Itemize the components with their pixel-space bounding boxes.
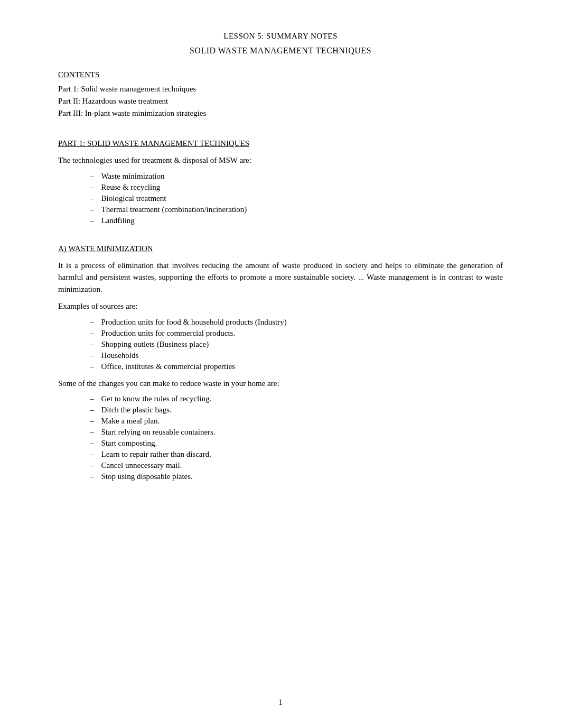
change-item-1: –Get to know the rules of recycling. bbox=[58, 394, 503, 403]
example-item-4: –Households bbox=[58, 351, 503, 360]
examples-list: –Production units for food & household p… bbox=[58, 318, 503, 371]
contents-list: Part 1: Solid waste management technique… bbox=[58, 85, 503, 118]
part1-intro: The technologies used for treatment & di… bbox=[58, 154, 503, 167]
section-a-description: It is a process of elimination that invo… bbox=[58, 260, 503, 296]
tech-item-2: –Reuse & recycling bbox=[58, 183, 503, 192]
dash-icon: – bbox=[90, 461, 94, 470]
dash-icon: – bbox=[90, 183, 94, 192]
dash-icon: – bbox=[90, 172, 94, 181]
dash-icon: – bbox=[90, 428, 94, 437]
contents-item-2: Part II: Hazardous waste treatment bbox=[58, 97, 503, 106]
examples-intro: Examples of sources are: bbox=[58, 300, 503, 312]
example-item-3: –Shopping outlets (Business place) bbox=[58, 340, 503, 349]
dash-icon: – bbox=[90, 205, 94, 214]
lesson-title: LESSON 5: SUMMARY NOTES bbox=[58, 32, 503, 41]
change-item-4: –Start relying on reusable containers. bbox=[58, 428, 503, 437]
tech-item-5: –Landfiling bbox=[58, 216, 503, 225]
dash-icon: – bbox=[90, 439, 94, 448]
section-a-heading: A) WASTE MINIMIZATION bbox=[58, 244, 503, 253]
tech-item-4: –Thermal treatment (combination/incinera… bbox=[58, 205, 503, 214]
changes-list: –Get to know the rules of recycling. –Di… bbox=[58, 394, 503, 481]
dash-icon: – bbox=[90, 362, 94, 371]
tech-item-1: –Waste minimization bbox=[58, 172, 503, 181]
main-title: SOLID WASTE MANAGEMENT TECHNIQUES bbox=[58, 46, 503, 56]
contents-item-1: Part 1: Solid waste management technique… bbox=[58, 85, 503, 94]
dash-icon: – bbox=[90, 318, 94, 327]
change-item-3: –Make a meal plan. bbox=[58, 417, 503, 426]
change-item-5: –Start composting. bbox=[58, 439, 503, 448]
dash-icon: – bbox=[90, 340, 94, 349]
changes-intro: Some of the changes you can make to redu… bbox=[58, 377, 503, 390]
part1-heading: PART 1: SOLID WASTE MANAGEMENT TECHNIQUE… bbox=[58, 139, 503, 148]
page-number: 1 bbox=[0, 698, 561, 707]
page: LESSON 5: SUMMARY NOTES SOLID WASTE MANA… bbox=[0, 0, 561, 728]
tech-item-3: –Biological treatment bbox=[58, 194, 503, 203]
contents-heading: CONTENTS bbox=[58, 70, 503, 79]
change-item-2: –Ditch the plastic bags. bbox=[58, 406, 503, 414]
dash-icon: – bbox=[90, 329, 94, 338]
section-a: A) WASTE MINIMIZATION It is a process of… bbox=[58, 244, 503, 482]
dash-icon: – bbox=[90, 216, 94, 225]
contents-item-3: Part III: In-plant waste minimization st… bbox=[58, 109, 503, 118]
technologies-list: –Waste minimization –Reuse & recycling –… bbox=[58, 172, 503, 225]
change-item-6: –Learn to repair rather than discard. bbox=[58, 450, 503, 459]
change-item-8: –Stop using disposable plates. bbox=[58, 472, 503, 481]
dash-icon: – bbox=[90, 417, 94, 426]
example-item-2: –Production units for commercial product… bbox=[58, 329, 503, 338]
contents-section: CONTENTS Part 1: Solid waste management … bbox=[58, 70, 503, 118]
dash-icon: – bbox=[90, 394, 94, 403]
dash-icon: – bbox=[90, 194, 94, 203]
change-item-7: –Cancel unnecessary mail. bbox=[58, 461, 503, 470]
dash-icon: – bbox=[90, 450, 94, 459]
header-section: LESSON 5: SUMMARY NOTES SOLID WASTE MANA… bbox=[58, 32, 503, 56]
example-item-1: –Production units for food & household p… bbox=[58, 318, 503, 327]
dash-icon: – bbox=[90, 406, 94, 414]
dash-icon: – bbox=[90, 351, 94, 360]
dash-icon: – bbox=[90, 472, 94, 481]
part1-section: PART 1: SOLID WASTE MANAGEMENT TECHNIQUE… bbox=[58, 139, 503, 225]
example-item-5: –Office, institutes & commercial propert… bbox=[58, 362, 503, 371]
